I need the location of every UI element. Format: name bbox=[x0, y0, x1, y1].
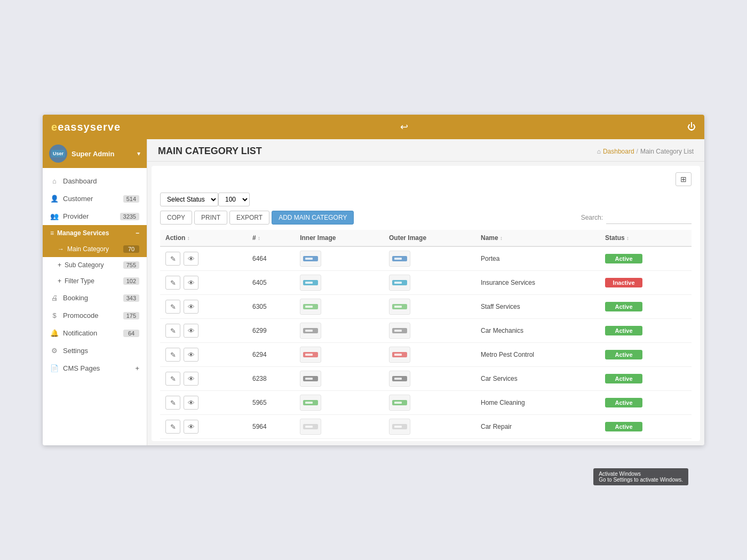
export-button[interactable]: EXPORT bbox=[229, 211, 269, 225]
sidebar-item-settings[interactable]: ⚙ Settings bbox=[43, 342, 147, 359]
action-cell: ✎ 👁 bbox=[160, 295, 247, 319]
status-badge: Inactive bbox=[605, 278, 642, 287]
name-cell: Salon @home bbox=[475, 439, 600, 442]
view-button[interactable]: 👁 bbox=[184, 372, 198, 386]
sidebar-navigation: ⌂ Dashboard 👤 Customer 514 👥 Provider 32… bbox=[43, 168, 147, 445]
table-row: ✎ 👁 6294 Metro Pest Control Active bbox=[160, 343, 692, 367]
view-button[interactable]: 👁 bbox=[184, 324, 198, 338]
sidebar-item-label: Main Category bbox=[67, 245, 120, 253]
image-thumbnail bbox=[300, 275, 321, 291]
user-menu-chevron[interactable]: ▾ bbox=[137, 150, 140, 157]
print-button[interactable]: PRINT bbox=[194, 211, 227, 225]
manage-services-section[interactable]: ≡ Manage Services − bbox=[43, 225, 147, 241]
name-cell: Car Mechanics bbox=[475, 319, 600, 343]
section-collapse-icon: − bbox=[136, 229, 139, 237]
user-name: Super Admin bbox=[71, 150, 133, 158]
view-button[interactable]: 👁 bbox=[184, 252, 198, 266]
col-inner-image: Inner Image bbox=[295, 230, 384, 246]
svg-rect-20 bbox=[305, 330, 313, 332]
svg-rect-32 bbox=[305, 378, 313, 380]
sidebar-item-provider[interactable]: 👥 Provider 3235 bbox=[43, 207, 147, 225]
table-row: ✎ 👁 6464 Portea Active bbox=[160, 246, 692, 271]
id-cell: 6299 bbox=[247, 319, 295, 343]
status-badge: Active bbox=[605, 326, 642, 335]
view-button[interactable]: 👁 bbox=[184, 300, 198, 314]
edit-button[interactable]: ✎ bbox=[165, 420, 180, 434]
sidebar-item-cms-pages[interactable]: 📄 CMS Pages + bbox=[43, 359, 147, 377]
provider-badge: 3235 bbox=[120, 213, 139, 220]
add-main-category-button[interactable]: ADD MAIN CATEGORY bbox=[272, 211, 354, 225]
svg-rect-26 bbox=[305, 354, 313, 356]
sidebar-item-dashboard[interactable]: ⌂ Dashboard bbox=[43, 172, 147, 190]
breadcrumb: ⌂ Dashboard / Main Category List bbox=[597, 148, 694, 155]
edit-button[interactable]: ✎ bbox=[165, 300, 180, 314]
outer-image-cell bbox=[384, 319, 475, 343]
sidebar-item-filter-type[interactable]: + Filter Type 102 bbox=[43, 273, 147, 289]
main-category-badge: 70 bbox=[123, 245, 139, 253]
view-button[interactable]: 👁 bbox=[184, 348, 198, 362]
action-cell: ✎ 👁 bbox=[160, 415, 247, 439]
svg-rect-17 bbox=[394, 306, 402, 308]
name-cell: Car Services bbox=[475, 367, 600, 391]
sidebar-item-label: Settings bbox=[63, 347, 139, 355]
tooltip-subtitle: Go to Settings to activate Windows. bbox=[599, 477, 683, 483]
main-content: MAIN CATEGORY LIST ⌂ Dashboard / Main Ca… bbox=[147, 139, 704, 445]
power-icon[interactable]: ⏻ bbox=[687, 122, 696, 132]
sidebar-item-sub-category[interactable]: + Sub Category 755 bbox=[43, 257, 147, 273]
table-row: ✎ 👁 6305 Staff Services Active bbox=[160, 295, 692, 319]
content-body: ⊞ Select Status Active Inactive 100 25 5… bbox=[152, 166, 700, 441]
col-name: Name ↕ bbox=[475, 230, 600, 246]
toolbar-row: Select Status Active Inactive 100 25 50 bbox=[160, 193, 692, 206]
sidebar-item-promocode[interactable]: $ Promocode 175 bbox=[43, 307, 147, 324]
status-cell: Active bbox=[600, 439, 692, 442]
col-outer-image: Outer Image bbox=[384, 230, 475, 246]
provider-icon: 👥 bbox=[50, 212, 59, 220]
view-button[interactable]: 👁 bbox=[184, 396, 198, 410]
id-cell: 6464 bbox=[247, 246, 295, 271]
view-button[interactable]: 👁 bbox=[184, 420, 198, 434]
sidebar: User Super Admin ▾ ⌂ Dashboard 👤 Custome… bbox=[43, 139, 147, 445]
main-category-icon: → bbox=[58, 245, 64, 253]
nav-toggle-icon[interactable]: ↩ bbox=[400, 121, 408, 133]
content-header: MAIN CATEGORY LIST ⌂ Dashboard / Main Ca… bbox=[147, 139, 704, 162]
search-input[interactable] bbox=[606, 212, 692, 224]
sub-category-badge: 755 bbox=[123, 261, 139, 269]
edit-button[interactable]: ✎ bbox=[165, 372, 180, 386]
user-profile-section[interactable]: User Super Admin ▾ bbox=[43, 139, 147, 168]
action-cell: ✎ 👁 bbox=[160, 367, 247, 391]
sidebar-item-label: Filter Type bbox=[65, 277, 120, 285]
image-thumbnail bbox=[300, 323, 321, 339]
inner-image-cell bbox=[295, 367, 384, 391]
edit-button[interactable]: ✎ bbox=[165, 396, 180, 410]
id-cell: 6405 bbox=[247, 271, 295, 295]
sub-category-icon: + bbox=[58, 261, 61, 269]
edit-button[interactable]: ✎ bbox=[165, 348, 180, 362]
edit-button[interactable]: ✎ bbox=[165, 324, 180, 338]
copy-button[interactable]: COPY bbox=[160, 211, 192, 225]
edit-button[interactable]: ✎ bbox=[165, 276, 180, 290]
customer-badge: 514 bbox=[123, 195, 139, 203]
filter-toggle-button[interactable]: ⊞ bbox=[676, 172, 692, 186]
name-cell: Insurance Services bbox=[475, 271, 600, 295]
sidebar-item-main-category[interactable]: → Main Category 70 bbox=[43, 241, 147, 257]
image-thumbnail bbox=[389, 299, 410, 315]
status-cell: Active bbox=[600, 319, 692, 343]
sidebar-item-label: Notification bbox=[63, 329, 119, 337]
svg-rect-29 bbox=[394, 354, 402, 356]
status-select[interactable]: Select Status Active Inactive bbox=[160, 193, 218, 206]
status-badge: Active bbox=[605, 254, 642, 263]
image-thumbnail bbox=[389, 275, 410, 291]
sidebar-item-notification[interactable]: 🔔 Notification 64 bbox=[43, 324, 147, 342]
status-cell: Active bbox=[600, 343, 692, 367]
sidebar-item-customer[interactable]: 👤 Customer 514 bbox=[43, 190, 147, 207]
count-select[interactable]: 100 25 50 bbox=[218, 193, 250, 206]
sidebar-item-booking[interactable]: 🖨 Booking 343 bbox=[43, 289, 147, 307]
view-button[interactable]: 👁 bbox=[184, 276, 198, 290]
svg-rect-47 bbox=[394, 426, 402, 428]
svg-rect-41 bbox=[394, 402, 402, 404]
breadcrumb-home-link[interactable]: Dashboard bbox=[603, 148, 634, 155]
image-thumbnail bbox=[300, 395, 321, 411]
filter-type-icon: + bbox=[58, 277, 61, 285]
outer-image-cell bbox=[384, 343, 475, 367]
edit-button[interactable]: ✎ bbox=[165, 252, 180, 266]
